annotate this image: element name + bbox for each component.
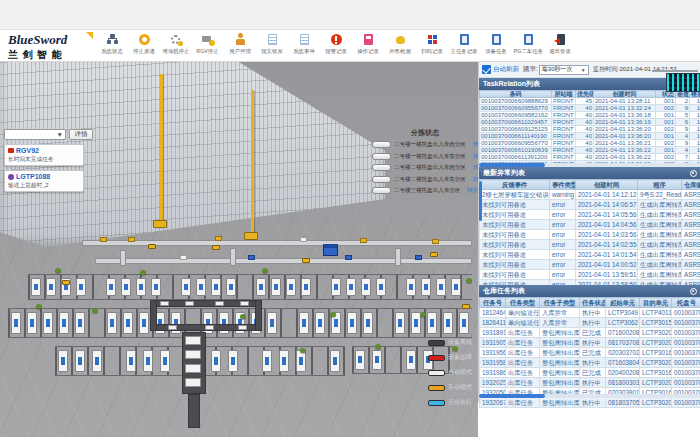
column-header[interactable]: 目的单元 (640, 298, 672, 308)
alarm-record-icon (330, 33, 343, 46)
table-row[interactable]: 1826411单向输送任务入库异常执行中LCTP3062LCTP30150010… (480, 318, 700, 328)
table-cell: 2021-04-01 13:36:21 (594, 140, 656, 147)
column-header[interactable]: 任务子类型 (540, 298, 580, 308)
table-row[interactable]: 00100370006611140190FRONT402021-04-01 13… (480, 133, 700, 140)
column-header[interactable]: 事件类型 (550, 180, 576, 190)
pallet (376, 278, 386, 296)
zone-label: 二号楼三楼托盘出入库分区 (394, 186, 460, 194)
column-header[interactable]: 层站端 (552, 91, 576, 98)
table-row[interactable]: 00100370006609556770FRONT402021-04-01 13… (480, 140, 700, 147)
table-row[interactable]: 00100370006611391200FRONT402021-04-01 13… (480, 154, 700, 161)
table-row[interactable]: 1931958出库任务整包周转出库执行中0716038042LCTP302000… (480, 358, 700, 368)
settings-gear-icon[interactable] (690, 170, 697, 177)
table-row[interactable]: 1932025出库任务整包周转出库执行中0818003032LCTP302000… (480, 378, 700, 388)
alarm-card-LGTP1088[interactable]: LGTP1088输送上货超时_2 (4, 170, 84, 192)
toolbar-button-alarm-record[interactable]: 报警记录 (320, 33, 352, 61)
table-row[interactable]: 00100370006609582162FRONT402021-04-01 13… (480, 112, 700, 119)
zone-legend-row: 二号楼一楼托盘出入库东分区转到 (372, 152, 478, 161)
scrollbar-thumb[interactable] (479, 394, 545, 398)
table-row[interactable]: 1812464单向输送任务入库异常执行中LCTP3049LCTP40110010… (480, 308, 700, 318)
vertical-scrollbar-thumb[interactable] (479, 181, 482, 221)
table-row[interactable]: 1932067出库任务整包周转出库执行中0818037052LCTP302000… (480, 398, 700, 408)
table-row[interactable]: 未找到可用巷道error2021-04-01 14:06:57生成出库周转库任务… (480, 200, 700, 210)
zone-toggle-pill[interactable] (372, 164, 391, 171)
column-header[interactable]: 创建时间 (594, 91, 656, 98)
column-header[interactable]: 仓库编号 (682, 180, 700, 190)
table-row[interactable]: 未找到可用巷道error2021-04-01 13:59:51生成出库周转库任务… (480, 270, 700, 280)
table-row[interactable]: 2楼七层穿梭车提交错误:节点长度warning2021-04-01 14:12:… (480, 190, 700, 200)
table-cell: 001 (656, 133, 676, 140)
table-row[interactable]: 1931891出库任务整包周转出库已完成0716002082LCTP302000… (480, 328, 700, 338)
toolbar-button-label: 用户管理 (229, 47, 251, 55)
horizontal-scrollbar[interactable] (479, 394, 700, 398)
status-color-swatch (428, 400, 445, 406)
settings-gear-icon[interactable] (690, 288, 697, 295)
toolbar-button-stacker-stop[interactable]: 堆垛机停止 (160, 33, 192, 61)
data-table: 反馈事件事件类型创建时间程序仓库编号2楼七层穿梭车提交错误:节点长度warnin… (479, 179, 700, 300)
table-row[interactable]: 未找到可用巷道error2021-04-01 14:03:56生成出库周转库任务… (480, 230, 700, 240)
table-cell: 生成出库周转库任务请求 (638, 240, 682, 250)
table-row[interactable]: 1931956出库任务整包周转出库已完成0203037022LCTP301600… (480, 348, 700, 358)
table-row[interactable]: 未找到可用巷道error2021-04-01 14:01:54生成出库周转库任务… (480, 250, 700, 260)
column-header[interactable]: 任务状态 (580, 298, 606, 308)
column-header[interactable]: 任务号 (480, 298, 506, 308)
toolbar-button-stop-dispatch[interactable]: 停止派遣 (128, 33, 160, 61)
minimap-thumbnail[interactable] (666, 73, 700, 92)
column-header[interactable]: 起始单元 (606, 298, 640, 308)
toolbar-button-logout[interactable]: 退出登录 (544, 33, 576, 61)
table-row[interactable]: 00100370006611029457FRONT402021-04-01 13… (480, 119, 700, 126)
toolbar-button-scan-record[interactable]: 扫码记录 (416, 33, 448, 61)
toolbar-button-rgv-stop[interactable]: RGV停止 (192, 33, 224, 61)
toolbar-button-system-events[interactable]: 系统事件 (288, 33, 320, 61)
column-header[interactable]: 任务类型 (506, 298, 540, 308)
table-cell: LCTP3062 (606, 318, 640, 328)
detail-button[interactable]: 详情 (69, 129, 93, 140)
toolbar-button-pg-task[interactable]: PG二车任务 (512, 33, 544, 61)
data-table: 任务号任务类型任务子类型任务状态起始单元目的单元托盘号1812464单向输送任务… (479, 297, 700, 408)
frequency-select[interactable]: 每30秒一次 ▼ (539, 65, 589, 75)
alarm-card-RGV92[interactable]: RGV92长时间未完成任务 (4, 144, 84, 166)
table-row[interactable]: 未找到可用巷道error2021-04-01 14:02:55生成出库周转库任务… (480, 240, 700, 250)
window-top-strip (0, 0, 700, 30)
zone-toggle-pill[interactable] (372, 141, 391, 148)
toolbar-button-system-status[interactable]: 系统状态 (96, 33, 128, 61)
table-row[interactable]: 未找到可用巷道error2021-04-01 14:00:52生成出库周转库任务… (480, 260, 700, 270)
zone-toggle-pill[interactable] (372, 176, 391, 183)
column-header[interactable]: 条码 (480, 91, 552, 98)
table-row[interactable]: 00100370006610190639FRONT402021-04-01 13… (480, 147, 700, 154)
table-row[interactable]: 未找到可用巷道error2021-04-01 14:04:56生成出库周转库任务… (480, 220, 700, 230)
column-header[interactable]: 托盘号 (672, 298, 700, 308)
column-header[interactable]: 反馈事件 (480, 180, 550, 190)
zone-toggle-pill[interactable] (372, 187, 391, 194)
column-header[interactable]: 优先级 (576, 91, 594, 98)
table-cell: 0010037000660612 (672, 378, 700, 388)
table-cell: LCTP3016 (640, 368, 672, 378)
viewport-3d-warehouse[interactable]: ▼ 详情 RGV92长时间未完成任务LGTP1088输送上货超时_2 分拣状态 … (0, 62, 478, 437)
column-header[interactable]: 创建时间 (576, 180, 638, 190)
table-cell: 1932025 (480, 378, 506, 388)
device-filter-select[interactable]: ▼ (4, 129, 66, 140)
zone-goto-link[interactable]: 转到 (467, 186, 478, 195)
zone-toggle-pill[interactable] (372, 153, 391, 160)
toolbar-button-operation-record[interactable]: 操作记录 (352, 33, 384, 61)
table-row[interactable]: 1931986出库任务整包周转出库已完成0204002081LCTP301600… (480, 368, 700, 378)
table-cell: 1 (690, 147, 700, 154)
toolbar-button-user-management[interactable]: 用户管理 (224, 33, 256, 61)
toolbar-button-device-task[interactable]: 设备任务 (480, 33, 512, 61)
auto-refresh-checkbox[interactable] (482, 65, 491, 74)
loop-pallet (185, 301, 194, 306)
table-cell: 2021-04-01 14:12:12 (576, 190, 638, 200)
column-header[interactable]: 程序 (638, 180, 682, 190)
table-row[interactable]: 未找到可用巷道error2021-04-01 14:05:56生成出库周转库任务… (480, 210, 700, 220)
table-row[interactable]: 00100370006609125125FRONT402021-04-01 13… (480, 126, 700, 133)
toolbar-button-message-log[interactable]: 报文收发 (256, 33, 288, 61)
table-row[interactable]: 1931905出库任务整包周转出库执行中0817037081LCTP302000… (480, 338, 700, 348)
table-row[interactable]: 00100370006609556770FRONT402021-04-01 13… (480, 105, 700, 112)
table-cell: 已完成 (580, 328, 606, 338)
table-row[interactable]: 00100370006609888629FRONT452021-04-01 13… (480, 98, 700, 105)
table-cell: ASRS_LC2 (682, 190, 700, 200)
table-cell: 4 (676, 147, 690, 154)
toolbar-button-main-task-record[interactable]: 主任务记录 (448, 33, 480, 61)
toolbar-button-profile-check[interactable]: 外形检测 (384, 33, 416, 61)
bush (55, 268, 61, 273)
